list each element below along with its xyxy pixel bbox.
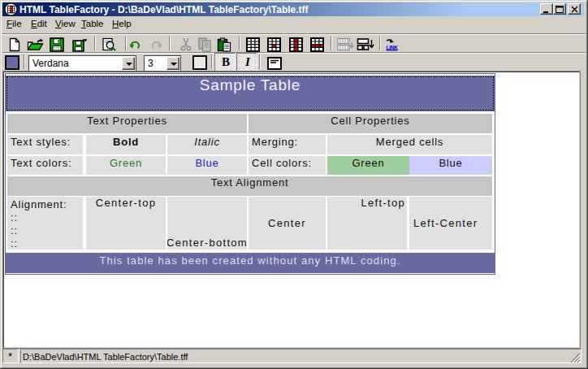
svg-text:LINK: LINK <box>387 45 399 50</box>
